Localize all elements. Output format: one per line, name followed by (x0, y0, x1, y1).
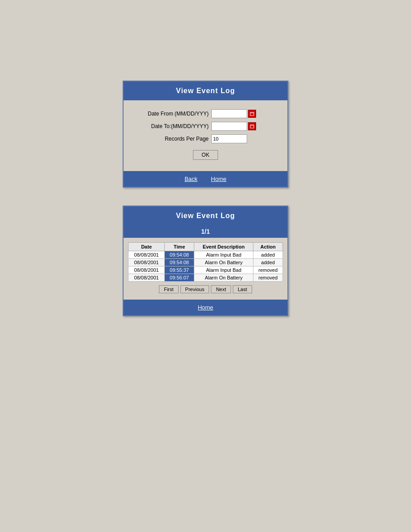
cell-date: 08/08/2001 (128, 251, 165, 259)
date-from-row: Date From (MM/DD/YYY) (137, 109, 274, 118)
next-button[interactable]: Next (211, 285, 231, 293)
records-per-page-row: Records Per Page (137, 134, 274, 143)
pagination-controls: First Previous Next Last (128, 282, 283, 295)
date-to-calendar-icon[interactable] (248, 122, 256, 130)
table-wrapper: Date Time Event Description Action 08/08… (124, 238, 287, 300)
panel2-title: View Event Log (124, 206, 287, 225)
date-to-label: Date To:(MM/DD/YYYY) (137, 123, 209, 129)
results-panel: View Event Log 1/1 Date Time Event Descr… (123, 206, 288, 316)
back-link[interactable]: Back (184, 176, 197, 182)
table-row: 08/08/200109:54:08Alarm On Batteryadded (128, 259, 283, 266)
date-to-input[interactable] (211, 122, 247, 131)
panel1-title-text: View Event Log (176, 87, 235, 94)
first-button[interactable]: First (159, 285, 178, 293)
last-button[interactable]: Last (233, 285, 252, 293)
cell-action: removed (253, 266, 283, 274)
svg-rect-0 (250, 112, 254, 116)
date-to-row: Date To:(MM/DD/YYYY) (137, 122, 274, 131)
home-link-2[interactable]: Home (198, 304, 214, 311)
search-panel: View Event Log Date From (MM/DD/YYY) Dat… (123, 81, 288, 188)
date-from-label: Date From (MM/DD/YYY) (137, 111, 209, 117)
table-row: 08/08/200109:56:07Alarm On Batteryremove… (128, 274, 283, 282)
cell-time: 09:54:08 (165, 259, 194, 266)
panel2-footer: Home (124, 300, 287, 315)
col-date: Date (128, 243, 165, 251)
cell-description: Alarm On Battery (194, 274, 253, 282)
cell-description: Alarm Input Bad (194, 251, 253, 259)
ok-button[interactable]: OK (193, 150, 218, 160)
event-log-table: Date Time Event Description Action 08/08… (128, 242, 283, 282)
col-time: Time (165, 243, 194, 251)
cell-date: 08/08/2001 (128, 259, 165, 266)
panel1-title: View Event Log (124, 82, 287, 100)
svg-rect-4 (250, 125, 254, 128)
cell-date: 08/08/2001 (128, 266, 165, 274)
col-action: Action (253, 243, 283, 251)
form-body: Date From (MM/DD/YYY) Date To:(MM/DD/YYY… (124, 100, 287, 171)
records-per-page-label: Records Per Page (137, 136, 209, 142)
table-header-row: Date Time Event Description Action (128, 243, 283, 251)
page-info-text: 1/1 (201, 228, 210, 235)
cell-action: added (253, 251, 283, 259)
previous-button[interactable]: Previous (180, 285, 210, 293)
page-info: 1/1 (124, 225, 287, 238)
table-row: 08/08/200109:55:37Alarm Input Badremoved (128, 266, 283, 274)
records-per-page-input[interactable] (211, 134, 247, 143)
table-row: 08/08/200109:54:08Alarm Input Badadded (128, 251, 283, 259)
cell-time: 09:55:37 (165, 266, 194, 274)
panel1-footer: Back Home (124, 171, 287, 187)
panel2-title-text: View Event Log (176, 212, 235, 219)
cell-action: added (253, 259, 283, 266)
col-description: Event Description (194, 243, 253, 251)
cell-description: Alarm On Battery (194, 259, 253, 266)
date-from-calendar-icon[interactable] (248, 110, 256, 118)
date-from-input[interactable] (211, 109, 247, 118)
cell-description: Alarm Input Bad (194, 266, 253, 274)
cell-date: 08/08/2001 (128, 274, 165, 282)
cell-action: removed (253, 274, 283, 282)
cell-time: 09:54:08 (165, 251, 194, 259)
home-link-1[interactable]: Home (211, 176, 227, 182)
cell-time: 09:56:07 (165, 274, 194, 282)
table-body: 08/08/200109:54:08Alarm Input Badadded08… (128, 251, 283, 282)
